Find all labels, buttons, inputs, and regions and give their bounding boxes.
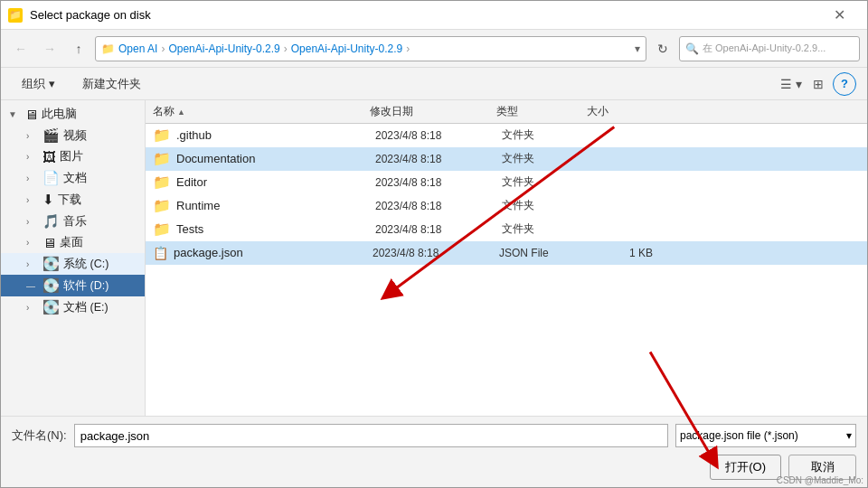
sidebar-label-pictures: 图片 (60, 149, 83, 164)
expand-icon-videos: › (26, 131, 39, 141)
address-toolbar: ← → ↑ 📁 Open AI › OpenAi-Api-Unity-0.2.9… (1, 30, 867, 68)
file-icon: 📁 (153, 221, 171, 238)
pc-icon: 🖥 (24, 107, 38, 122)
watermark: CSDN @Maddie_Mo: (777, 475, 863, 485)
json-file-icon: 📋 (153, 246, 168, 260)
forward-button[interactable]: → (37, 36, 62, 61)
file-open-dialog: 📁 Select package on disk ✕ ← → ↑ 📁 Open … (0, 0, 868, 488)
file-icon: 📁 (153, 150, 171, 167)
buttons-row: 打开(O) 取消 (12, 455, 856, 480)
file-list-header: 名称 ▲ 修改日期 类型 大小 (146, 100, 867, 124)
search-placeholder: 在 OpenAi-Api-Unity-0.2.9... (703, 42, 826, 55)
folder-icon: 📁 (101, 42, 115, 55)
titlebar: 📁 Select package on disk ✕ (1, 1, 867, 30)
col-header-name[interactable]: 名称 ▲ (153, 104, 370, 119)
file-row[interactable]: 📁 Runtime 2023/4/8 8:18 文件夹 (146, 194, 867, 218)
sidebar-label-downloads: 下载 (58, 192, 81, 208)
expand-icon: ▼ (8, 109, 21, 119)
sidebar-label-desktop: 桌面 (60, 235, 83, 250)
expand-icon-pictures: › (26, 152, 39, 162)
address-part2: OpenAi-Api-Unity-0.2.9 (168, 42, 279, 55)
file-row[interactable]: 📁 Editor 2023/4/8 8:18 文件夹 (146, 171, 867, 194)
help-button[interactable]: ? (833, 72, 856, 96)
search-bar[interactable]: 🔍 在 OpenAi-Api-Unity-0.2.9... (679, 36, 860, 61)
file-row[interactable]: 📁 Documentation 2023/4/8 8:18 文件夹 (146, 147, 867, 171)
expand-icon-documents: › (26, 174, 39, 183)
sidebar-item-pictures[interactable]: › 🖼 图片 (1, 146, 145, 167)
window-icon: 📁 (8, 8, 23, 23)
col-header-type[interactable]: 类型 (496, 104, 587, 119)
sidebar-label-this-pc: 此电脑 (42, 107, 77, 122)
sidebar-item-d-drive[interactable]: — 💽 软件 (D:) (1, 275, 145, 296)
sidebar-item-videos[interactable]: › 🎬 视频 (1, 125, 145, 146)
expand-icon-c: › (26, 259, 39, 269)
close-button[interactable]: ✕ (818, 1, 860, 30)
main-content: ▼ 🖥 此电脑 › 🎬 视频 › 🖼 图片 › 📄 文档 › (1, 100, 867, 416)
actionbar: 组织 ▾ 新建文件夹 ☰ ▾ ⊞ ? (1, 68, 867, 100)
col-header-date[interactable]: 修改日期 (370, 104, 496, 119)
sidebar: ▼ 🖥 此电脑 › 🎬 视频 › 🖼 图片 › 📄 文档 › (1, 100, 146, 416)
view-buttons: ☰ ▾ ⊞ ? (778, 72, 856, 96)
dropdown-arrow-icon: ▾ (846, 429, 852, 442)
file-list: 📁 .github 2023/4/8 8:18 文件夹 📁 Documentat… (146, 124, 867, 416)
expand-icon-e: › (26, 303, 39, 313)
file-icon: 📁 (153, 197, 171, 214)
address-part3: OpenAi-Api-Unity-0.2.9 (291, 42, 402, 55)
file-row-package-json[interactable]: 📋 package.json 2023/4/8 8:18 JSON File 1… (146, 241, 867, 265)
file-row[interactable]: 📁 .github 2023/4/8 8:18 文件夹 (146, 124, 867, 147)
filename-input[interactable] (74, 424, 668, 447)
sidebar-item-desktop[interactable]: › 🖥 桌面 (1, 232, 145, 253)
filename-label: 文件名(N): (12, 427, 67, 444)
col-header-size[interactable]: 大小 (587, 104, 659, 119)
file-icon: 📁 (153, 174, 171, 191)
window-title: Select package on disk (30, 8, 818, 22)
sidebar-item-downloads[interactable]: › ⬇ 下载 (1, 189, 145, 211)
filetype-value: package.json file (*.json) (680, 429, 798, 442)
new-folder-button[interactable]: 新建文件夹 (72, 72, 151, 96)
expand-icon-d: — (26, 281, 39, 291)
file-area: 名称 ▲ 修改日期 类型 大小 📁 .github (146, 100, 867, 416)
sidebar-label-d-drive: 软件 (D:) (63, 278, 108, 294)
sidebar-label-videos: 视频 (63, 128, 87, 144)
expand-icon-desktop: › (26, 238, 39, 248)
filetype-dropdown[interactable]: package.json file (*.json) ▾ (675, 424, 856, 447)
sidebar-label-e-drive: 文档 (E:) (63, 300, 108, 315)
sidebar-item-documents[interactable]: › 📄 文档 (1, 167, 145, 189)
sidebar-label-music: 音乐 (63, 214, 87, 230)
refresh-button[interactable]: ↻ (650, 36, 675, 61)
filename-row: 文件名(N): package.json file (*.json) ▾ (12, 424, 856, 447)
search-icon: 🔍 (685, 42, 699, 55)
sidebar-item-music[interactable]: › 🎵 音乐 (1, 211, 145, 232)
sidebar-item-c-drive[interactable]: › 💽 系统 (C:) (1, 253, 145, 275)
bottom-bar: 文件名(N): package.json file (*.json) ▾ 打开(… (1, 416, 867, 487)
expand-icon-music: › (26, 217, 39, 227)
file-row[interactable]: 📁 Tests 2023/4/8 8:18 文件夹 (146, 218, 867, 241)
expand-icon-downloads: › (26, 195, 39, 205)
up-button[interactable]: ↑ (66, 36, 91, 61)
view-details-button[interactable]: ⊞ (806, 72, 831, 96)
address-bar[interactable]: 📁 Open AI › OpenAi-Api-Unity-0.2.9 › Ope… (95, 36, 646, 61)
sidebar-label-c-drive: 系统 (C:) (63, 257, 108, 272)
open-button[interactable]: 打开(O) (710, 455, 781, 480)
address-part1: Open AI (118, 42, 157, 55)
back-button[interactable]: ← (8, 36, 33, 61)
view-list-button[interactable]: ☰ ▾ (778, 72, 804, 96)
sidebar-item-e-drive[interactable]: › 💽 文档 (E:) (1, 296, 145, 318)
file-icon: 📁 (153, 127, 171, 144)
organize-button[interactable]: 组织 ▾ (12, 72, 65, 96)
sidebar-item-this-pc[interactable]: ▼ 🖥 此电脑 (1, 104, 145, 125)
sidebar-label-documents: 文档 (63, 171, 87, 186)
